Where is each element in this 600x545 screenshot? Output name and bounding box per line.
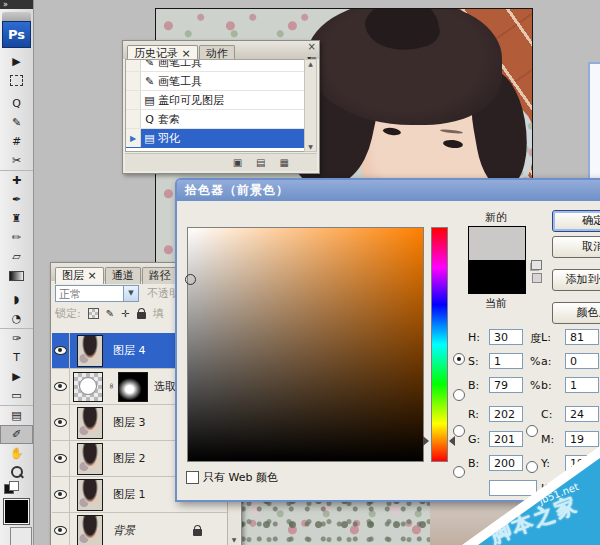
path-select-tool-icon[interactable]: ▶	[0, 367, 33, 386]
shape-tool-icon[interactable]: ▭	[0, 386, 33, 405]
history-item[interactable]: ✎ 画笔工具	[126, 59, 305, 72]
history-source-well[interactable]	[126, 110, 141, 128]
quick-select-tool-icon[interactable]: ✎	[0, 113, 33, 132]
b2-field[interactable]: 200	[489, 455, 523, 471]
history-source-well[interactable]: ▶	[126, 129, 141, 147]
web-colors-checkbox[interactable]	[186, 471, 199, 484]
lasso-tool-icon[interactable]: Q	[0, 94, 33, 113]
lock-all-icon[interactable]	[137, 312, 146, 319]
h-radio[interactable]	[453, 353, 465, 365]
a-field[interactable]: 0	[565, 353, 599, 369]
gamut-warning-cube-icon[interactable]	[531, 260, 542, 270]
healing-tool-icon[interactable]: ✚	[0, 170, 33, 190]
crop-tool-icon[interactable]: #	[0, 132, 33, 151]
visibility-well[interactable]	[52, 405, 70, 440]
layer-mask-thumbnail[interactable]	[118, 372, 148, 402]
clone-stamp-tool-icon[interactable]: ♜	[0, 209, 33, 228]
m-field[interactable]: 19	[565, 431, 599, 447]
layer-thumbnail[interactable]	[77, 407, 103, 439]
lock-transparency-icon[interactable]	[88, 308, 99, 319]
type-tool-icon[interactable]: T	[0, 348, 33, 367]
foreground-color-swatch[interactable]	[4, 499, 29, 524]
background-color-swatch[interactable]	[10, 527, 32, 545]
visibility-well[interactable]	[52, 369, 70, 404]
color-libraries-button[interactable]: 颜色库	[552, 302, 600, 324]
history-item[interactable]: Q 套索	[126, 110, 305, 129]
r-field[interactable]: 202	[489, 406, 523, 422]
gradient-tool-icon[interactable]	[0, 271, 33, 290]
new-snapshot-icon[interactable]: ▤	[256, 157, 265, 168]
c-field[interactable]: 24	[565, 406, 599, 422]
collapse-chevrons-icon[interactable]: »	[0, 0, 33, 9]
layer-thumbnail[interactable]	[77, 515, 103, 545]
b-radio[interactable]	[453, 425, 465, 437]
layer-thumbnail[interactable]	[77, 335, 103, 367]
tab-layers[interactable]: 图层 ×	[55, 267, 104, 284]
tab-paths[interactable]: 路径	[142, 267, 178, 284]
history-scrollbar[interactable]: ▲ ▼	[304, 59, 317, 152]
h-unit: 度	[530, 331, 541, 346]
lock-position-icon[interactable]: ✛	[121, 308, 129, 319]
default-colors-icon[interactable]	[4, 481, 18, 493]
visibility-well[interactable]	[52, 477, 70, 512]
layer-thumbnail[interactable]	[77, 443, 103, 475]
history-item[interactable]: ▤ 盖印可见图层	[126, 91, 305, 110]
lock-paint-icon[interactable]: ✎	[106, 308, 114, 319]
delete-state-icon[interactable]: ▦	[280, 157, 289, 168]
web-color-swatch-icon[interactable]	[532, 273, 542, 283]
history-source-well[interactable]	[126, 72, 141, 90]
history-item[interactable]: ✎ 画笔工具	[126, 72, 305, 91]
saturation-brightness-field[interactable]	[187, 227, 424, 462]
lab-b-field[interactable]: 1	[565, 377, 599, 393]
hue-arrow-right-icon[interactable]	[449, 436, 455, 446]
hand-tool-icon[interactable]: ✋	[0, 444, 33, 463]
l-field[interactable]: 81	[565, 329, 599, 345]
l-radio[interactable]	[526, 425, 538, 437]
tab-channels[interactable]: 通道	[105, 267, 141, 284]
visibility-well[interactable]	[52, 441, 70, 476]
history-source-well[interactable]	[126, 91, 141, 109]
cancel-button[interactable]: 取消	[552, 236, 600, 258]
layer-thumbnail[interactable]	[77, 479, 103, 511]
notes-tool-icon[interactable]: ▤	[0, 405, 33, 425]
background-layer-row[interactable]: 背景	[52, 513, 228, 545]
history-brush-tool-icon[interactable]: ✏	[0, 228, 33, 247]
h-field[interactable]: 30	[489, 329, 523, 345]
close-icon[interactable]: ×	[308, 41, 316, 53]
visibility-well[interactable]	[52, 333, 70, 368]
history-source-well[interactable]	[126, 59, 141, 71]
a-radio[interactable]	[526, 461, 538, 473]
ok-button[interactable]: 确定	[552, 210, 600, 232]
brush-tool-icon[interactable]: ✒	[0, 190, 33, 209]
new-document-from-state-icon[interactable]: ▣	[233, 157, 242, 168]
move-tool-icon[interactable]: ▶	[0, 52, 33, 71]
scroll-down-icon[interactable]: ▼	[228, 536, 240, 543]
blur-tool-icon[interactable]: ◗	[0, 290, 33, 309]
blend-mode-select[interactable]: 正常 ▼	[55, 285, 139, 302]
color-marker-icon[interactable]	[185, 274, 196, 285]
scroll-up-icon[interactable]: ▲	[308, 60, 313, 67]
selection-mask-thumbnail[interactable]	[73, 372, 103, 402]
hex-field[interactable]	[489, 480, 537, 496]
add-to-swatches-button[interactable]: 添加到色板	[552, 269, 600, 291]
b-field[interactable]: 79	[489, 377, 523, 393]
s-radio[interactable]	[453, 389, 465, 401]
dialog-titlebar[interactable]: 拾色器（前景色）	[177, 180, 600, 201]
eyedropper-tool-icon[interactable]: ✐	[0, 425, 33, 444]
g-field[interactable]: 201	[489, 431, 523, 447]
scroll-down-icon[interactable]: ▼	[305, 143, 316, 151]
slice-tool-icon[interactable]: ✂	[0, 151, 33, 170]
hue-slider[interactable]	[431, 227, 448, 462]
s-field[interactable]: 1	[489, 353, 523, 369]
r-radio[interactable]	[453, 466, 465, 478]
visibility-well[interactable]	[52, 513, 70, 545]
marquee-tool-icon[interactable]	[0, 75, 33, 94]
pen-tool-icon[interactable]: ✑	[0, 328, 33, 348]
dodge-tool-icon[interactable]: ◔	[0, 309, 33, 328]
hue-arrow-left-icon[interactable]	[423, 436, 429, 446]
toolbar-grip[interactable]	[2, 12, 31, 21]
tab-close-icon[interactable]: ×	[88, 269, 97, 282]
eraser-tool-icon[interactable]: ▱	[0, 247, 33, 266]
history-item-selected[interactable]: ▶ ▤ 羽化	[126, 129, 305, 148]
zoom-icon	[11, 466, 23, 478]
